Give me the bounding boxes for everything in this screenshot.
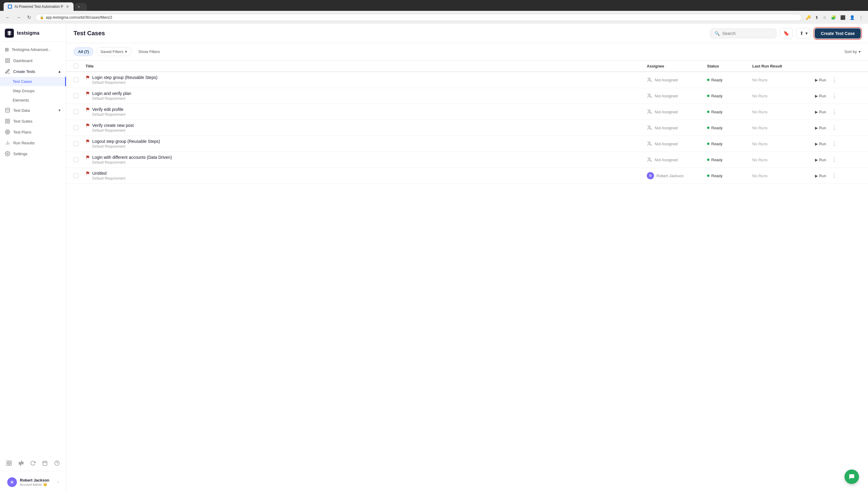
last-run-header: Last Run Result xyxy=(752,64,812,68)
sidebar-item-test-plans[interactable]: Test Plans xyxy=(0,127,66,137)
test-cases-table: Title Assignee Status Last Run Result Lo… xyxy=(66,61,868,184)
row-1-more-button[interactable]: ⋮ xyxy=(830,75,839,84)
bookmark-button[interactable]: 🔖 xyxy=(780,28,793,39)
svg-point-16 xyxy=(7,153,8,155)
back-button[interactable]: ← xyxy=(4,14,12,21)
share-icon[interactable]: ⬆ xyxy=(814,14,820,21)
row-3-more-button[interactable]: ⋮ xyxy=(830,107,839,116)
row-2-checkbox[interactable] xyxy=(73,93,78,98)
row-1-run-button[interactable]: ▶ Run xyxy=(812,77,828,84)
create-test-case-button[interactable]: Create Test Case xyxy=(815,28,861,39)
row-4-run-button[interactable]: ▶ Run xyxy=(812,125,828,131)
export-button[interactable]: ⬆ ▾ xyxy=(796,28,811,39)
filter-all-tab[interactable]: All (7) xyxy=(73,47,93,56)
row-5-run-button[interactable]: ▶ Run xyxy=(812,141,828,147)
tool-addons[interactable] xyxy=(17,459,25,467)
sidebar-toggle[interactable]: ⬛ xyxy=(839,14,847,21)
row-3-actions: ▶ Run ⋮ xyxy=(812,107,849,116)
row-1-title: Login step group (Reusable Steps) xyxy=(92,75,157,80)
extensions-icon[interactable]: 🧩 xyxy=(830,14,837,21)
row-3-assignee: Not Assigned xyxy=(647,109,707,114)
row-6-run-button[interactable]: ▶ Run xyxy=(812,156,828,163)
chevron-up-icon: ▲ xyxy=(58,70,61,73)
user-chevron-icon: › xyxy=(58,480,59,484)
row-1-subtitle: Default Requirement xyxy=(86,81,647,85)
tab-close-button[interactable]: ✕ xyxy=(66,4,69,9)
row-5-checkbox[interactable] xyxy=(73,141,78,146)
reload-button[interactable]: ↻ xyxy=(25,13,33,21)
chat-support-button[interactable] xyxy=(845,470,859,484)
svg-rect-4 xyxy=(8,61,9,63)
row-6-checkbox[interactable] xyxy=(73,157,78,162)
row-4-actions: ▶ Run ⋮ xyxy=(812,123,849,132)
row-6-actions: ▶ Run ⋮ xyxy=(812,155,849,164)
row-2-more-button[interactable]: ⋮ xyxy=(830,91,839,100)
sidebar-item-dashboard[interactable]: Dashboard xyxy=(0,55,66,66)
forward-button[interactable]: → xyxy=(15,14,23,21)
sidebar-item-step-groups[interactable]: Step Groups xyxy=(0,86,66,95)
sidebar-item-elements[interactable]: Elements xyxy=(0,95,66,105)
row-2-assignee: Not Assigned xyxy=(647,93,707,99)
row-1-checkbox[interactable] xyxy=(73,78,78,82)
grid2-icon xyxy=(5,119,10,124)
row-3-title: Verify edit profile xyxy=(92,107,124,112)
row-6-more-button[interactable]: ⋮ xyxy=(830,155,839,164)
svg-point-0 xyxy=(9,5,11,8)
workspace-label: Testsigma Advanced... xyxy=(12,47,51,52)
tool-integrations[interactable] xyxy=(5,459,13,467)
sidebar-item-test-data[interactable]: Test Data ▼ xyxy=(0,105,66,116)
saved-filters-dropdown[interactable]: Saved Filters ▾ xyxy=(96,47,132,56)
tool-help[interactable] xyxy=(53,459,61,467)
row-4-status: Ready xyxy=(707,126,752,130)
tool-refresh[interactable] xyxy=(29,459,37,467)
sidebar-item-test-suites[interactable]: Test Suites xyxy=(0,116,66,127)
profile-icon[interactable]: 👤 xyxy=(848,14,856,21)
row-2-title: Login and verify plan xyxy=(92,91,131,96)
row-3-checkbox[interactable] xyxy=(73,109,78,114)
row-2-run-result: No Runs xyxy=(752,94,812,98)
sidebar-item-test-cases[interactable]: Test Cases xyxy=(0,77,66,86)
row-6-status: Ready xyxy=(707,157,752,162)
sidebar-item-workspace[interactable]: ⊞ Testsigma Advanced... xyxy=(0,44,66,55)
active-tab[interactable]: AI Powered Test Automation P ✕ xyxy=(4,2,73,11)
priority-flag-icon xyxy=(86,123,90,127)
row-2-run-button[interactable]: ▶ Run xyxy=(812,92,828,100)
search-bar[interactable]: 🔍 xyxy=(710,29,776,38)
search-input[interactable] xyxy=(722,31,767,36)
new-tab-button[interactable]: + xyxy=(75,3,87,11)
add-tab-icon: + xyxy=(78,5,80,9)
user-profile[interactable]: R Robert Jackson Account Admin 👑 › xyxy=(5,475,61,489)
lock-icon: 🔒 xyxy=(40,15,44,19)
url-bar[interactable]: 🔒 app.testsigma.com/ui/td/36/cases/filte… xyxy=(35,14,802,21)
row-3-run-button[interactable]: ▶ Run xyxy=(812,108,828,115)
svg-rect-2 xyxy=(8,59,9,60)
svg-rect-20 xyxy=(9,464,11,466)
tool-calendar[interactable] xyxy=(41,459,49,467)
row-7-more-button[interactable]: ⋮ xyxy=(830,171,839,180)
sort-by-label: Sort by xyxy=(845,49,857,54)
sidebar-item-settings[interactable]: Settings xyxy=(0,148,66,159)
row-7-run-button[interactable]: ▶ Run xyxy=(812,172,828,179)
row-7-checkbox[interactable] xyxy=(73,173,78,178)
sort-by-dropdown[interactable]: Sort by ▾ xyxy=(845,49,861,54)
bookmark-icon[interactable]: ☆ xyxy=(822,14,828,21)
sidebar-item-run-results[interactable]: Run Results xyxy=(0,137,66,148)
row-7-status: Ready xyxy=(707,174,752,178)
menu-icon[interactable]: ⋮ xyxy=(858,14,864,21)
row-6-assignee: Not Assigned xyxy=(647,157,707,163)
row-5-more-button[interactable]: ⋮ xyxy=(830,139,839,148)
app-container: testsigma ⊞ Testsigma Advanced... Dashbo… xyxy=(0,24,868,493)
sidebar-item-create-tests[interactable]: Create Tests ▲ xyxy=(0,66,66,77)
status-header: Status xyxy=(707,64,752,68)
table-row: Logout step group (Reusable Steps) Defau… xyxy=(66,136,868,152)
select-all-checkbox[interactable] xyxy=(73,64,78,68)
row-4-title-cell: Verify create new post Default Requireme… xyxy=(86,123,647,133)
key-icon[interactable]: 🔑 xyxy=(804,14,812,21)
row-3-status: Ready xyxy=(707,110,752,114)
title-header: Title xyxy=(86,64,647,68)
row-4-more-button[interactable]: ⋮ xyxy=(830,123,839,132)
row-4-subtitle: Default Requirement xyxy=(86,128,647,133)
elements-label: Elements xyxy=(13,98,29,103)
row-4-checkbox[interactable] xyxy=(73,125,78,130)
show-filters-button[interactable]: Show Filters xyxy=(134,48,164,56)
